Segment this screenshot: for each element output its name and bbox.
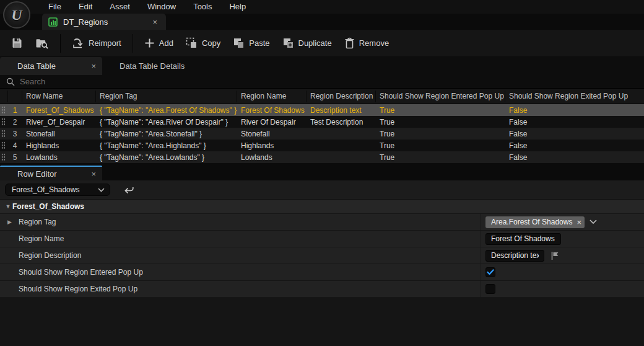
region-name-input[interactable] — [485, 233, 561, 245]
cell-region-name: River Of Despair — [237, 118, 307, 126]
close-icon[interactable]: × — [577, 218, 581, 227]
tab-data-table-details-label: Data Table Details — [120, 61, 185, 71]
property-value — [480, 231, 644, 247]
menu-tools[interactable]: Tools — [185, 0, 220, 14]
search-icon — [2, 78, 15, 86]
table-row[interactable]: 4 Highlands { "TagName": "Area.Highlands… — [0, 140, 644, 151]
cell-region-description: Test Description — [307, 118, 376, 126]
copy-button[interactable]: Copy — [180, 33, 227, 53]
unreal-engine-logo[interactable]: U — [3, 1, 30, 29]
header-exited-popup[interactable]: Should Show Region Exited Pop Up — [505, 91, 644, 102]
cell-region-name: Lowlands — [237, 153, 307, 162]
tab-data-table-details[interactable]: Data Table Details — [102, 57, 199, 75]
property-value — [480, 281, 644, 297]
asset-tab-dt-regions[interactable]: DT_Regions × — [42, 14, 166, 30]
reimport-label: Reimport — [89, 38, 121, 48]
row-number: 3 — [7, 130, 22, 138]
chevron-collapsed-icon[interactable]: ▶ — [7, 219, 12, 225]
browse-to-asset-button[interactable] — [29, 33, 55, 53]
drag-handle-icon[interactable] — [1, 106, 6, 114]
row-editor-tab-strip: Row Editor × — [0, 166, 644, 180]
paste-button[interactable]: Paste — [227, 33, 276, 53]
tag-chip-label: Area.Forest Of Shadows — [491, 218, 572, 226]
asset-tab-title: DT_Regions — [63, 17, 144, 27]
check-icon — [487, 269, 494, 275]
cell-exited: False — [505, 141, 644, 150]
duplicate-button[interactable]: Duplicate — [276, 33, 338, 53]
property-row-region-description: Region Description — [0, 247, 644, 264]
property-row-region-tag: ▶ Region Tag Area.Forest Of Shadows × — [0, 214, 644, 231]
drag-handle-icon[interactable] — [1, 130, 6, 138]
tab-row-editor[interactable]: Row Editor × — [0, 166, 102, 180]
search-input[interactable] — [15, 77, 642, 86]
property-value — [480, 247, 644, 264]
cell-row-name: Lowlands — [22, 153, 96, 162]
drag-handle-icon[interactable] — [1, 141, 6, 149]
chevron-down-icon[interactable] — [590, 220, 597, 224]
header-region-description[interactable]: Region Description — [307, 91, 376, 102]
data-table-icon — [48, 17, 58, 27]
drag-handle-icon[interactable] — [1, 118, 6, 126]
copy-icon — [186, 37, 198, 49]
drag-handle-icon[interactable] — [1, 153, 6, 161]
add-button[interactable]: Add — [138, 33, 180, 53]
menu-help[interactable]: Help — [220, 0, 255, 14]
entered-popup-checkbox[interactable] — [485, 267, 495, 277]
trash-icon — [344, 37, 355, 49]
cell-exited: False — [505, 153, 644, 162]
reimport-button[interactable]: Reimport — [66, 33, 128, 53]
table-row[interactable]: 5 Lowlands { "TagName": "Area.Lowlands" … — [0, 151, 644, 163]
add-label: Add — [159, 38, 173, 48]
header-entered-popup[interactable]: Should Show Region Entered Pop Up — [376, 91, 505, 102]
header-region-tag[interactable]: Region Tag — [96, 91, 237, 102]
row-editor-empty-area — [0, 298, 644, 346]
cell-region-tag: { "TagName": "Area.Stonefall" } — [96, 130, 237, 138]
table-row[interactable]: 1 Forest_Of_Shadows { "TagName": "Area.F… — [0, 104, 644, 116]
menu-bar: File Edit Asset Window Tools Help — [0, 0, 644, 14]
region-description-input[interactable] — [485, 250, 544, 262]
tab-row-editor-label: Row Editor — [17, 169, 57, 179]
exited-popup-checkbox[interactable] — [485, 284, 495, 294]
toolbar-separator — [133, 34, 133, 53]
cell-region-name: Forest Of Shadows — [237, 106, 307, 115]
property-row-entered-popup: Should Show Region Entered Pop Up — [0, 264, 644, 281]
save-button[interactable] — [5, 33, 29, 53]
header-row-name[interactable]: Row Name — [22, 91, 96, 102]
close-icon[interactable]: × — [91, 169, 96, 179]
row-number: 1 — [7, 106, 22, 115]
cell-row-name: Stonefall — [22, 130, 96, 138]
asset-tab-strip: DT_Regions × — [0, 14, 644, 30]
property-label: Region Name — [0, 234, 64, 243]
close-icon[interactable]: × — [150, 17, 160, 27]
tab-data-table[interactable]: Data Table × — [0, 57, 102, 75]
table-row[interactable]: 3 Stonefall { "TagName": "Area.Stonefall… — [0, 128, 644, 140]
property-value: Area.Forest Of Shadows × — [480, 214, 644, 230]
localization-flag-icon[interactable] — [550, 251, 560, 260]
row-editor-toolbar: Forest_Of_Shadows — [0, 180, 644, 200]
category-label: Forest_Of_Shadows — [12, 202, 84, 211]
menu-asset[interactable]: Asset — [101, 0, 139, 14]
reimport-icon — [72, 37, 84, 50]
search-bar — [0, 75, 644, 89]
chevron-expanded-icon[interactable]: ▼ — [0, 203, 12, 210]
table-row[interactable]: 2 River_Of_Despair { "TagName": "Area.Ri… — [0, 116, 644, 128]
cell-region-name: Highlands — [237, 141, 307, 150]
row-number: 5 — [7, 153, 22, 162]
duplicate-label: Duplicate — [298, 38, 332, 48]
menu-file[interactable]: File — [40, 0, 70, 14]
remove-label: Remove — [359, 38, 389, 48]
paste-label: Paste — [249, 38, 269, 48]
remove-button[interactable]: Remove — [338, 33, 395, 53]
category-forest-of-shadows[interactable]: ▼ Forest_Of_Shadows — [0, 200, 644, 214]
property-value — [480, 264, 644, 280]
cell-row-name: Forest_Of_Shadows — [22, 106, 96, 115]
row-selector-dropdown[interactable]: Forest_Of_Shadows — [5, 184, 110, 196]
undo-rename-icon[interactable] — [124, 185, 134, 194]
cell-region-tag: { "TagName": "Area.River Of Despair" } — [96, 118, 237, 126]
close-icon[interactable]: × — [91, 61, 96, 71]
menu-window[interactable]: Window — [139, 0, 185, 14]
menu-edit[interactable]: Edit — [70, 0, 101, 14]
gameplay-tag-chip[interactable]: Area.Forest Of Shadows × — [485, 216, 585, 228]
header-region-name[interactable]: Region Name — [237, 91, 307, 102]
row-number: 2 — [7, 118, 22, 126]
